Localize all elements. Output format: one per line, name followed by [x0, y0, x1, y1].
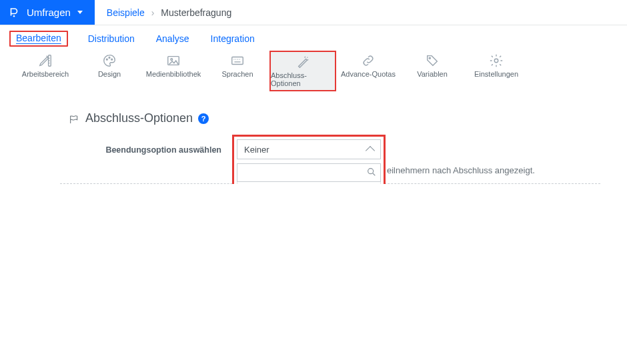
- chevron-up-icon: [366, 146, 375, 155]
- dropdown-selected: Keiner: [244, 145, 269, 155]
- link-icon: [359, 53, 378, 68]
- brand-label: Umfragen: [27, 7, 71, 18]
- tool-variablen[interactable]: Variablen: [400, 51, 464, 91]
- tool-label: Design: [98, 70, 121, 78]
- toolbar: Arbeitsbereich Design Medienbibliothek S…: [13, 47, 627, 95]
- tool-medienbibliothek[interactable]: Medienbibliothek: [141, 51, 205, 91]
- tool-label: Einstellungen: [474, 70, 518, 78]
- svg-rect-7: [232, 57, 243, 65]
- dropdown-search-input[interactable]: [237, 163, 381, 182]
- magic-wand-icon: [293, 55, 312, 69]
- svg-point-0: [13, 15, 15, 17]
- tool-arbeitsbereich[interactable]: Arbeitsbereich: [13, 51, 77, 91]
- dropdown-list[interactable]: Keiner Dankesseite mit Link Advanced Opt…: [237, 182, 381, 184]
- svg-point-3: [109, 57, 110, 59]
- brand-logo-icon: [8, 7, 20, 19]
- pen-ruler-icon: [36, 53, 55, 68]
- dropdown-toggle[interactable]: Keiner: [237, 139, 381, 159]
- select-label: Beendungsoption auswählen: [73, 145, 233, 155]
- tab-distribution[interactable]: Distribution: [87, 31, 136, 47]
- breadcrumb-current: Musterbefragung: [161, 7, 231, 18]
- gear-icon: [487, 53, 506, 68]
- tab-analyse[interactable]: Analyse: [155, 31, 191, 47]
- brand-menu[interactable]: Umfragen: [0, 0, 95, 25]
- tab-integration[interactable]: Integration: [209, 31, 256, 47]
- keyboard-icon: [228, 53, 247, 68]
- svg-point-2: [106, 59, 107, 60]
- svg-point-8: [429, 57, 430, 59]
- flag-icon: [68, 114, 80, 123]
- breadcrumb: Beispiele › Musterbefragung: [95, 0, 243, 25]
- svg-point-4: [111, 59, 113, 60]
- tool-label: Arbeitsbereich: [22, 70, 69, 78]
- svg-point-6: [171, 59, 173, 61]
- tool-einstellungen[interactable]: Einstellungen: [464, 51, 528, 91]
- tool-label: Variablen: [417, 70, 448, 78]
- highlight-abschluss: Abschluss-Optionen: [269, 51, 336, 91]
- breadcrumb-link[interactable]: Beispiele: [107, 7, 145, 18]
- highlight-dropdown: Keiner Keiner Dankesseite mit Link Advan…: [232, 135, 386, 184]
- chevron-right-icon: ›: [151, 7, 155, 18]
- highlight-bearbeiten: Bearbeiten: [9, 31, 68, 47]
- palette-icon: [100, 53, 119, 68]
- main-tabs: Bearbeiten Distribution Analyse Integrat…: [0, 25, 627, 47]
- tool-label: Advance-Quotas: [341, 70, 396, 78]
- tool-abschluss-optionen[interactable]: Abschluss-Optionen: [271, 52, 335, 90]
- search-icon: [366, 167, 377, 177]
- image-icon: [164, 53, 183, 68]
- tool-label: Abschluss-Optionen: [271, 71, 335, 87]
- tag-icon: [423, 53, 442, 68]
- svg-point-10: [368, 169, 374, 174]
- help-icon[interactable]: ?: [198, 113, 209, 124]
- dropdown-item-keiner[interactable]: Keiner: [237, 182, 380, 184]
- tool-label: Sprachen: [221, 70, 253, 78]
- tool-advance-quotas[interactable]: Advance-Quotas: [336, 51, 400, 91]
- svg-point-9: [494, 59, 498, 63]
- caret-down-icon: [77, 11, 83, 14]
- tool-label: Medienbibliothek: [146, 70, 201, 78]
- tab-bearbeiten[interactable]: Bearbeiten: [15, 30, 63, 46]
- tool-design[interactable]: Design: [77, 51, 141, 91]
- tool-sprachen[interactable]: Sprachen: [205, 51, 269, 91]
- page-title: Abschluss-Optionen: [85, 111, 193, 125]
- panel-heading: Abschluss-Optionen ?: [60, 105, 600, 135]
